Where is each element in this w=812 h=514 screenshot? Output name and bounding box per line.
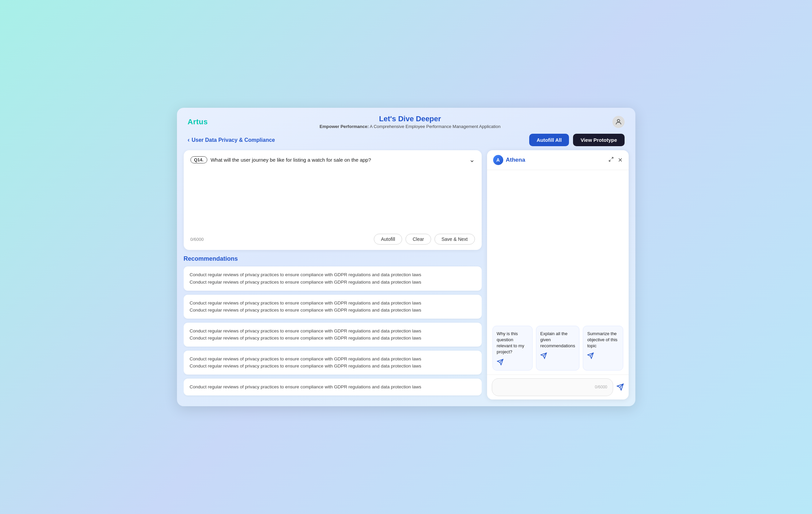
athena-send-button[interactable] <box>616 383 624 391</box>
chevron-down-icon[interactable]: ⌄ <box>469 156 475 164</box>
suggestion-text: Explain all the given recommendations <box>540 331 575 349</box>
recommendation-card: Conduct regular reviews of privacy pract… <box>184 323 482 346</box>
question-header: Q14. What will the user journey be like … <box>191 156 475 164</box>
user-avatar[interactable] <box>612 116 625 128</box>
suggestion-card[interactable]: Explain all the given recommendations <box>536 326 579 370</box>
answer-textarea[interactable] <box>191 168 475 229</box>
recommendations-section: Recommendations Conduct regular reviews … <box>184 255 482 399</box>
send-icon <box>497 359 503 367</box>
athena-header-icons: ✕ <box>608 157 622 164</box>
recommendation-text: Conduct regular reviews of privacy pract… <box>190 383 475 391</box>
athena-body <box>487 170 629 322</box>
back-arrow-icon: ‹ <box>188 137 190 144</box>
send-icon <box>540 352 547 360</box>
athena-input[interactable] <box>497 382 595 393</box>
recommendation-text: Conduct regular reviews of privacy pract… <box>190 271 475 278</box>
recommendation-card: Conduct regular reviews of privacy pract… <box>184 351 482 374</box>
expand-icon[interactable] <box>608 157 614 164</box>
recommendation-card: Conduct regular reviews of privacy pract… <box>184 379 482 395</box>
recommendation-text: Conduct regular reviews of privacy pract… <box>190 362 475 370</box>
recommendation-card: Conduct regular reviews of privacy pract… <box>184 295 482 319</box>
nav-bar: ‹ User Data Privacy & Compliance Autofil… <box>177 132 635 150</box>
header: Artus Let's Dive Deeper Empower Performa… <box>177 108 635 132</box>
recommendation-text: Conduct regular reviews of privacy pract… <box>190 278 475 286</box>
autofill-button[interactable]: Autofill <box>374 234 402 245</box>
athena-input-wrapper: 0/6000 <box>492 378 613 396</box>
recommendation-card: Conduct regular reviews of privacy pract… <box>184 266 482 290</box>
close-icon[interactable]: ✕ <box>618 157 622 164</box>
back-link[interactable]: ‹ User Data Privacy & Compliance <box>188 137 275 144</box>
recommendation-text: Conduct regular reviews of privacy pract… <box>190 334 475 342</box>
send-icon <box>587 352 594 360</box>
athena-input-row: 0/6000 <box>487 374 629 399</box>
autofill-all-button[interactable]: Autofill All <box>529 134 569 146</box>
question-text: What will the user journey be like for l… <box>211 157 371 163</box>
nav-buttons: Autofill All View Prototype <box>529 134 625 146</box>
athena-suggestions: Why is this question relevant to my proj… <box>487 322 629 374</box>
athena-panel: A Athena ✕ Why is this question relevant… <box>487 150 629 399</box>
logo: Artus <box>188 118 208 126</box>
page-title: Let's Dive Deeper <box>208 115 612 123</box>
header-actions <box>612 116 625 128</box>
suggestion-text: Summarize the objective of this topic <box>587 331 618 349</box>
save-next-button[interactable]: Save & Next <box>434 234 475 245</box>
recommendation-text: Conduct regular reviews of privacy pract… <box>190 299 475 307</box>
back-label: User Data Privacy & Compliance <box>192 137 275 143</box>
suggestion-text: Why is this question relevant to my proj… <box>497 331 528 355</box>
view-prototype-button[interactable]: View Prototype <box>573 134 624 146</box>
athena-header: A Athena ✕ <box>487 150 629 170</box>
athena-title: A Athena <box>493 155 525 165</box>
app-container: Artus Let's Dive Deeper Empower Performa… <box>177 108 635 406</box>
recommendations-title: Recommendations <box>184 255 482 262</box>
question-badge: Q14. <box>191 156 207 163</box>
main-content: Q14. What will the user journey be like … <box>177 150 635 406</box>
suggestion-card[interactable]: Summarize the objective of this topic <box>583 326 623 370</box>
recommendations-list: Conduct regular reviews of privacy pract… <box>184 266 482 395</box>
header-title: Let's Dive Deeper Empower Performance: A… <box>208 115 612 129</box>
recommendation-text: Conduct regular reviews of privacy pract… <box>190 327 475 335</box>
question-label: Q14. What will the user journey be like … <box>191 156 371 163</box>
svg-point-0 <box>617 119 619 122</box>
athena-char-count: 0/6000 <box>595 385 607 389</box>
char-count: 0/6000 <box>191 237 204 242</box>
suggestion-card[interactable]: Why is this question relevant to my proj… <box>492 326 532 370</box>
left-panel: Q14. What will the user journey be like … <box>184 150 482 399</box>
recommendation-text: Conduct regular reviews of privacy pract… <box>190 355 475 363</box>
question-card: Q14. What will the user journey be like … <box>184 150 482 250</box>
clear-button[interactable]: Clear <box>406 234 431 245</box>
card-footer: 0/6000 Autofill Clear Save & Next <box>191 234 475 245</box>
athena-avatar: A <box>493 155 503 165</box>
header-subtitle: Empower Performance: A Comprehensive Emp… <box>208 124 612 129</box>
recommendation-text: Conduct regular reviews of privacy pract… <box>190 306 475 314</box>
